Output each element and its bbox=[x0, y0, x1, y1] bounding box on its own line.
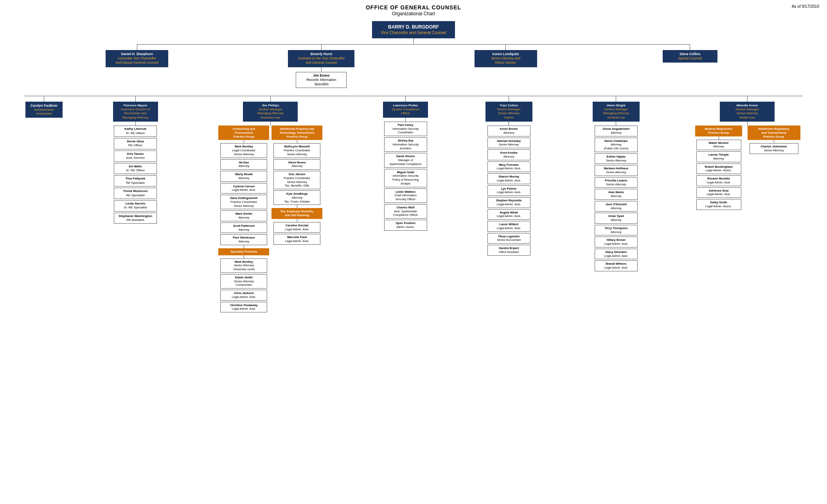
page-title: OFFICE OF GENERAL COUNSEL bbox=[4, 4, 823, 11]
ceo-title: Vice Chancellor and General Counsel bbox=[381, 30, 446, 35]
l3-mayne: Florence Mayne Executive Director ofReal… bbox=[113, 102, 158, 122]
group-malpractice: Medical MalpracticePractice Group bbox=[695, 126, 742, 136]
l2-collins: Steve Collins Special Counsel bbox=[663, 50, 717, 63]
group-specialty: Specialty Practices bbox=[218, 248, 269, 255]
l2-sharphorn: Daniel H. Sharphorn Associate Vice Chanc… bbox=[106, 50, 168, 67]
l2-hurst: Beverly Hurst Assistant to the Vice Chan… bbox=[288, 50, 354, 67]
group-healthcare: Healthcare Regulatoryand TransactionalPr… bbox=[748, 126, 800, 140]
org-chart: OFFICE OF GENERAL COUNSEL Organizational… bbox=[4, 4, 823, 312]
l2-evans: Jim Evans Records InformationSpecialist bbox=[296, 72, 347, 88]
l3-faulkner: Carolyn Faulkner AdministrativeCoordinat… bbox=[25, 102, 63, 118]
l3-bright: Helen Bright Section ManagerManaging Att… bbox=[593, 102, 640, 122]
page-header: OFFICE OF GENERAL COUNSEL Organizational… bbox=[4, 4, 823, 17]
group-ip: Intellectual Property andTechnology Tran… bbox=[271, 126, 322, 140]
l3-krane: Melodie Krane Section ManagerSenior Atto… bbox=[720, 102, 775, 122]
ceo-name: BARRY D. BURGDORF bbox=[381, 24, 446, 30]
page-subtitle: Organizational Chart bbox=[4, 11, 823, 17]
l3-plutko: Lawrence Plutko System ComplianceOfficer bbox=[383, 102, 428, 118]
l3-cotton: Traci Cotton Section ManagerSenior Attor… bbox=[485, 102, 532, 122]
ceo-box: BARRY D. BURGDORF Vice Chancellor and Ge… bbox=[372, 21, 455, 39]
group-tax: Tax, Employee Benefits,and Gift Planning bbox=[271, 208, 322, 219]
l3-phillips: Jim Phillips Section ManagerManaging Att… bbox=[243, 102, 298, 122]
l2-lundquist: Karen Lundquist Senior Attorney andEthic… bbox=[475, 50, 537, 67]
date-label: As of 9/17/2010 bbox=[792, 4, 819, 9]
group-contracting: Contracting andProcurementPractice Group bbox=[218, 126, 269, 140]
